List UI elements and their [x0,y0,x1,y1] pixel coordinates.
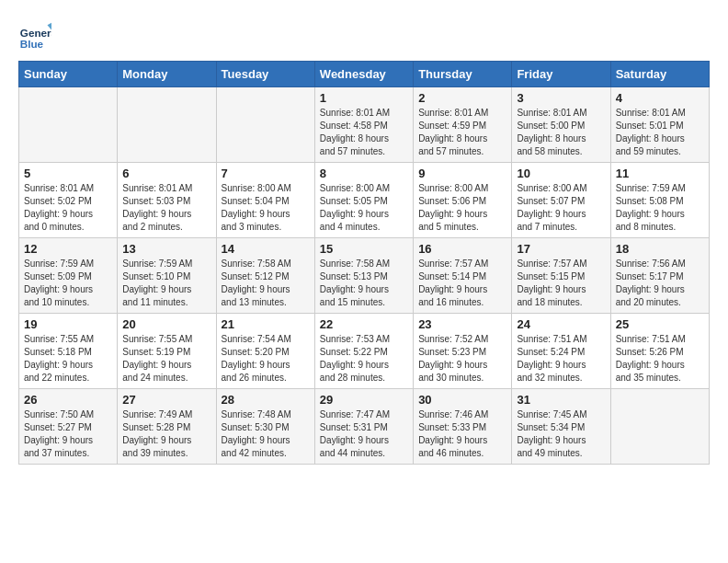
day-number: 23 [418,317,506,331]
logo: General Blue [18,18,51,52]
day-number: 12 [24,242,112,256]
day-info: Sunrise: 7:51 AM Sunset: 5:24 PM Dayligh… [517,333,605,385]
calendar-cell: 29Sunrise: 7:47 AM Sunset: 5:31 PM Dayli… [314,389,413,465]
calendar-cell: 12Sunrise: 7:59 AM Sunset: 5:09 PM Dayli… [19,238,118,314]
calendar-cell: 17Sunrise: 7:57 AM Sunset: 5:15 PM Dayli… [512,238,610,314]
calendar-cell [19,87,118,163]
day-number: 30 [418,393,506,407]
day-info: Sunrise: 7:48 AM Sunset: 5:30 PM Dayligh… [222,408,310,460]
day-number: 24 [517,317,605,331]
calendar-cell: 6Sunrise: 8:01 AM Sunset: 5:03 PM Daylig… [118,163,216,238]
day-info: Sunrise: 8:01 AM Sunset: 4:59 PM Dayligh… [418,107,506,158]
day-info: Sunrise: 7:59 AM Sunset: 5:10 PM Dayligh… [122,258,210,309]
calendar-cell: 8Sunrise: 8:00 AM Sunset: 5:05 PM Daylig… [314,163,413,238]
weekday-header-thursday: Thursday [414,62,512,87]
weekday-header-monday: Monday [118,62,216,87]
calendar-week-row: 5Sunrise: 8:01 AM Sunset: 5:02 PM Daylig… [19,163,710,238]
calendar-cell: 25Sunrise: 7:51 AM Sunset: 5:26 PM Dayli… [610,314,709,389]
calendar-cell: 14Sunrise: 7:58 AM Sunset: 5:12 PM Dayli… [216,238,314,314]
day-info: Sunrise: 7:57 AM Sunset: 5:14 PM Dayligh… [418,258,506,309]
calendar-week-row: 26Sunrise: 7:50 AM Sunset: 5:27 PM Dayli… [19,389,710,465]
day-info: Sunrise: 7:59 AM Sunset: 5:09 PM Dayligh… [24,258,112,309]
day-number: 4 [616,91,704,105]
calendar-cell: 4Sunrise: 8:01 AM Sunset: 5:01 PM Daylig… [610,87,709,163]
day-info: Sunrise: 7:45 AM Sunset: 5:34 PM Dayligh… [517,408,605,460]
weekday-header-tuesday: Tuesday [216,62,314,87]
day-number: 28 [222,393,310,407]
day-number: 26 [24,393,112,407]
day-number: 7 [222,167,310,180]
day-info: Sunrise: 7:51 AM Sunset: 5:26 PM Dayligh… [616,333,704,385]
calendar-cell: 5Sunrise: 8:01 AM Sunset: 5:02 PM Daylig… [19,163,118,238]
calendar-cell: 11Sunrise: 7:59 AM Sunset: 5:08 PM Dayli… [610,163,709,238]
calendar-cell: 9Sunrise: 8:00 AM Sunset: 5:06 PM Daylig… [414,163,512,238]
day-info: Sunrise: 8:01 AM Sunset: 5:03 PM Dayligh… [122,182,210,234]
day-info: Sunrise: 8:01 AM Sunset: 4:58 PM Dayligh… [320,107,408,158]
calendar-week-row: 1Sunrise: 8:01 AM Sunset: 4:58 PM Daylig… [19,87,710,163]
day-number: 6 [122,167,210,180]
calendar-cell: 31Sunrise: 7:45 AM Sunset: 5:34 PM Dayli… [512,389,610,465]
day-number: 22 [320,317,408,331]
calendar-cell [118,87,216,163]
day-info: Sunrise: 8:01 AM Sunset: 5:01 PM Dayligh… [616,107,704,158]
day-number: 31 [517,393,605,407]
day-number: 18 [616,242,704,256]
weekday-header-sunday: Sunday [19,62,118,87]
day-number: 1 [320,91,408,105]
calendar-cell: 24Sunrise: 7:51 AM Sunset: 5:24 PM Dayli… [512,314,610,389]
day-number: 17 [517,242,605,256]
day-info: Sunrise: 7:57 AM Sunset: 5:15 PM Dayligh… [517,258,605,309]
day-number: 5 [24,167,112,180]
day-number: 2 [418,91,506,105]
weekday-header-wednesday: Wednesday [314,62,413,87]
calendar-cell: 13Sunrise: 7:59 AM Sunset: 5:10 PM Dayli… [118,238,216,314]
calendar-cell [610,389,709,465]
calendar-cell: 15Sunrise: 7:58 AM Sunset: 5:13 PM Dayli… [314,238,413,314]
day-number: 13 [122,242,210,256]
calendar-cell: 30Sunrise: 7:46 AM Sunset: 5:33 PM Dayli… [414,389,512,465]
day-info: Sunrise: 7:58 AM Sunset: 5:13 PM Dayligh… [320,258,408,309]
calendar-cell: 23Sunrise: 7:52 AM Sunset: 5:23 PM Dayli… [414,314,512,389]
calendar-cell: 22Sunrise: 7:53 AM Sunset: 5:22 PM Dayli… [314,314,413,389]
day-number: 8 [320,167,408,180]
calendar-cell: 1Sunrise: 8:01 AM Sunset: 4:58 PM Daylig… [314,87,413,163]
calendar-cell [216,87,314,163]
day-number: 27 [122,393,210,407]
day-number: 11 [616,167,704,180]
day-number: 19 [24,317,112,331]
calendar-cell: 18Sunrise: 7:56 AM Sunset: 5:17 PM Dayli… [610,238,709,314]
day-info: Sunrise: 8:00 AM Sunset: 5:05 PM Dayligh… [320,182,408,234]
day-info: Sunrise: 7:50 AM Sunset: 5:27 PM Dayligh… [24,408,112,460]
day-info: Sunrise: 7:55 AM Sunset: 5:18 PM Dayligh… [24,333,112,385]
day-info: Sunrise: 7:56 AM Sunset: 5:17 PM Dayligh… [616,258,704,309]
calendar-cell: 20Sunrise: 7:55 AM Sunset: 5:19 PM Dayli… [118,314,216,389]
day-info: Sunrise: 7:46 AM Sunset: 5:33 PM Dayligh… [418,408,506,460]
day-info: Sunrise: 7:53 AM Sunset: 5:22 PM Dayligh… [320,333,408,385]
day-info: Sunrise: 8:00 AM Sunset: 5:04 PM Dayligh… [222,182,310,234]
logo-icon: General Blue [18,18,51,52]
calendar-table: SundayMondayTuesdayWednesdayThursdayFrid… [18,61,710,465]
day-number: 25 [616,317,704,331]
calendar-cell: 26Sunrise: 7:50 AM Sunset: 5:27 PM Dayli… [19,389,118,465]
day-info: Sunrise: 7:59 AM Sunset: 5:08 PM Dayligh… [616,182,704,234]
calendar-cell: 7Sunrise: 8:00 AM Sunset: 5:04 PM Daylig… [216,163,314,238]
day-info: Sunrise: 8:01 AM Sunset: 5:00 PM Dayligh… [517,107,605,158]
calendar-cell: 3Sunrise: 8:01 AM Sunset: 5:00 PM Daylig… [512,87,610,163]
calendar-cell: 2Sunrise: 8:01 AM Sunset: 4:59 PM Daylig… [414,87,512,163]
calendar-cell: 19Sunrise: 7:55 AM Sunset: 5:18 PM Dayli… [19,314,118,389]
day-number: 29 [320,393,408,407]
day-info: Sunrise: 7:47 AM Sunset: 5:31 PM Dayligh… [320,408,408,460]
weekday-header-row: SundayMondayTuesdayWednesdayThursdayFrid… [19,62,710,87]
day-info: Sunrise: 8:01 AM Sunset: 5:02 PM Dayligh… [24,182,112,234]
calendar-week-row: 19Sunrise: 7:55 AM Sunset: 5:18 PM Dayli… [19,314,710,389]
weekday-header-saturday: Saturday [610,62,709,87]
day-number: 20 [122,317,210,331]
day-info: Sunrise: 8:00 AM Sunset: 5:06 PM Dayligh… [418,182,506,234]
calendar-cell: 16Sunrise: 7:57 AM Sunset: 5:14 PM Dayli… [414,238,512,314]
calendar-cell: 27Sunrise: 7:49 AM Sunset: 5:28 PM Dayli… [118,389,216,465]
svg-text:Blue: Blue [20,38,44,50]
calendar-cell: 28Sunrise: 7:48 AM Sunset: 5:30 PM Dayli… [216,389,314,465]
page-header: General Blue [18,18,710,52]
day-info: Sunrise: 7:54 AM Sunset: 5:20 PM Dayligh… [222,333,310,385]
day-number: 9 [418,167,506,180]
